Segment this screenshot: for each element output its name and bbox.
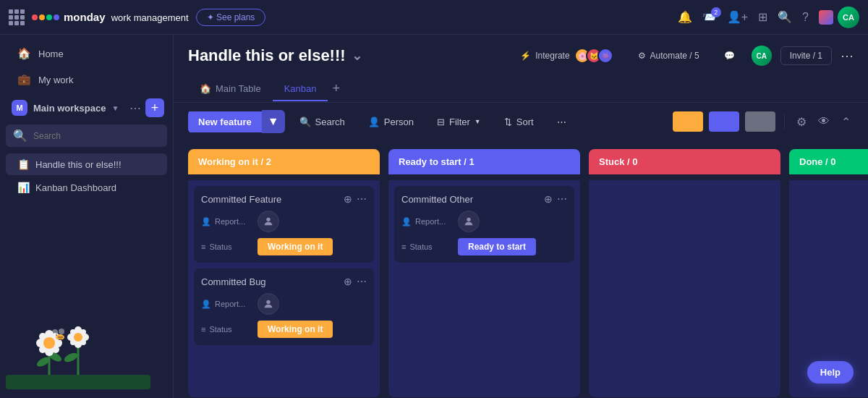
card-actions: ⊕ ⋯ — [544, 193, 567, 205]
more-options-button[interactable]: ⋯ — [548, 112, 575, 132]
kanban-column-3: Done / 0 — [789, 149, 868, 389]
add-card-icon[interactable]: ⊕ — [544, 193, 553, 205]
column-body-1: Committed Other ⊕ ⋯ 👤 Report... — [388, 180, 580, 397]
filter-button[interactable]: ⊟ Filter ▼ — [428, 112, 490, 132]
status-badge[interactable]: Working on it — [258, 321, 333, 338]
integrate-button[interactable]: ⚡ Integrate 🌸 🐱 👾 — [512, 43, 621, 68]
board-title: Handle this or else!!! ⌄ — [188, 46, 362, 65]
toolbar: New feature ▼ 🔍 Search 👤 Person ⊟ Filter… — [174, 103, 868, 140]
toolbar-divider — [784, 114, 785, 129]
workspace-more-icon[interactable]: ⋯ — [129, 101, 141, 115]
card-user-avatar[interactable] — [258, 211, 279, 232]
chat-button[interactable]: 💬 — [716, 46, 743, 65]
kanban-column-0: Working on it / 2 Committed Feature ⊕ ⋯ … — [188, 149, 380, 389]
add-card-icon[interactable]: ⊕ — [344, 193, 352, 205]
automate-button[interactable]: ⚙ Automate / 5 — [630, 46, 707, 65]
column-header-2: Stuck / 0 — [589, 149, 780, 174]
workspace-name[interactable]: M Main workspace ▼ — [12, 100, 119, 116]
card-status-row: ≡ Status Working on it — [201, 321, 367, 338]
view-icon[interactable]: 👁 — [815, 112, 833, 131]
invite-button[interactable]: Invite / 1 — [780, 46, 832, 65]
add-people-icon[interactable]: 👤+ — [727, 10, 748, 24]
collapse-icon[interactable]: ⌃ — [838, 112, 854, 132]
logo: monday work management — [32, 11, 189, 23]
sidebar-item-kanban-dashboard[interactable]: 📊 Kanban Dashboard — [6, 177, 167, 198]
apps-grid-icon[interactable] — [9, 9, 25, 25]
user-avatar[interactable]: CA — [838, 7, 859, 28]
color-filter-orange[interactable] — [673, 111, 703, 132]
briefcase-icon: 💼 — [17, 73, 31, 86]
inbox-icon[interactable]: 📨 2 — [702, 10, 717, 24]
column-body-0: Committed Feature ⊕ ⋯ 👤 Report... — [188, 180, 380, 397]
add-card-icon[interactable]: ⊕ — [344, 276, 352, 287]
new-feature-dropdown-arrow[interactable]: ▼ — [262, 110, 285, 133]
search-icon: 🔍 — [299, 117, 311, 127]
svg-point-30 — [59, 329, 64, 334]
person-icon: 👤 — [201, 217, 211, 226]
card-more-icon[interactable]: ⋯ — [357, 276, 367, 287]
card-header: Committed Other ⊕ ⋯ — [401, 193, 567, 205]
add-tab-button[interactable]: + — [328, 75, 344, 102]
card-title: Committed Feature — [201, 194, 281, 205]
card-status-row: ≡ Status Ready to start — [401, 238, 567, 255]
status-label: ≡ Status — [201, 325, 252, 334]
apps-icon[interactable]: ⊞ — [758, 10, 767, 24]
svg-point-35 — [467, 218, 470, 221]
card-more-icon[interactable]: ⋯ — [557, 193, 567, 205]
dashboard-icon: 📊 — [17, 182, 30, 193]
settings-icon[interactable]: ⚙ — [793, 112, 809, 132]
main-content: Handle this or else!!! ⌄ ⚡ Integrate 🌸 🐱… — [174, 35, 868, 398]
column-body-2 — [589, 180, 780, 397]
sort-icon: ⇅ — [504, 117, 512, 127]
column-header-3: Done / 0 — [789, 149, 868, 174]
status-icon: ≡ — [201, 325, 205, 334]
reporter-label: 👤 Report... — [201, 300, 252, 309]
status-badge[interactable]: Ready to start — [458, 238, 536, 255]
search-icon: 🔍 — [13, 129, 27, 143]
sidebar-item-home[interactable]: 🏠 Home — [6, 41, 167, 66]
card-actions: ⊕ ⋯ — [344, 193, 367, 205]
svg-point-29 — [52, 329, 58, 335]
top-nav: monday work management ✦ See plans 🔔 📨 2… — [0, 0, 868, 35]
card-header: Committed Feature ⊕ ⋯ — [201, 193, 367, 205]
kanban-card: Committed Bug ⊕ ⋯ 👤 Report... — [194, 268, 374, 345]
new-feature-button[interactable]: New feature ▼ — [188, 110, 285, 133]
search-nav-icon[interactable]: 🔍 — [778, 10, 792, 24]
card-title: Committed Bug — [201, 276, 266, 287]
board-more-button[interactable]: ⋯ — [841, 48, 854, 64]
sidebar-item-my-work[interactable]: 💼 My work — [6, 67, 167, 92]
color-filter-blue[interactable] — [709, 111, 739, 132]
search-button[interactable]: 🔍 Search — [291, 112, 354, 132]
help-nav-icon[interactable]: ? — [802, 11, 809, 24]
card-reporter-row: 👤 Report... — [401, 211, 567, 232]
card-header: Committed Bug ⊕ ⋯ — [201, 276, 367, 287]
tab-kanban[interactable]: Kanban — [273, 77, 328, 101]
help-button[interactable]: Help — [807, 361, 854, 384]
color-filter-gray[interactable] — [745, 111, 775, 132]
add-board-button[interactable]: + — [145, 98, 164, 117]
person-icon: 👤 — [201, 300, 211, 309]
person-button[interactable]: 👤 Person — [359, 112, 422, 132]
sidebar-item-handle-board[interactable]: 📋 Handle this or else!!! — [6, 153, 167, 175]
card-user-avatar[interactable] — [458, 211, 480, 232]
sort-button[interactable]: ⇅ Sort — [495, 112, 542, 132]
integrate-icon: ⚡ — [520, 51, 531, 61]
table-icon: 🏠 — [200, 83, 211, 94]
see-plans-button[interactable]: ✦ See plans — [196, 9, 266, 26]
tab-main-table[interactable]: 🏠 Main Table — [188, 77, 273, 101]
board-user-avatar: CA — [752, 46, 772, 66]
card-more-icon[interactable]: ⋯ — [357, 193, 367, 205]
filter-icon: ⊟ — [437, 117, 445, 127]
svg-point-15 — [63, 351, 79, 364]
automate-icon: ⚙ — [638, 51, 646, 61]
search-bar[interactable]: 🔍 — [6, 124, 167, 147]
status-badge[interactable]: Working on it — [258, 238, 333, 255]
card-reporter-row: 👤 Report... — [201, 293, 367, 315]
card-user-avatar[interactable] — [258, 293, 279, 315]
kanban-card: Committed Feature ⊕ ⋯ 👤 Report... — [194, 186, 374, 263]
status-label: ≡ Status — [201, 242, 252, 251]
chevron-down-icon[interactable]: ⌄ — [352, 48, 362, 64]
filter-chevron-icon: ▼ — [475, 118, 481, 125]
search-input[interactable] — [33, 131, 160, 141]
notifications-icon[interactable]: 🔔 — [678, 10, 692, 24]
